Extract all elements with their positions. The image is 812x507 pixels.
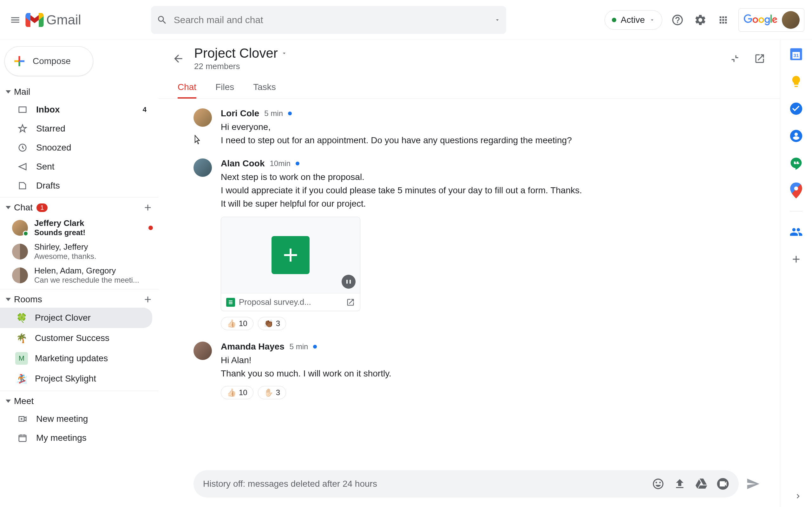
room-item[interactable]: 🌴Customer Success — [0, 328, 152, 348]
svg-rect-3 — [350, 280, 351, 284]
attachment-card[interactable]: Proposal survey.d... — [221, 217, 360, 311]
room-header: Project Clover 22 members — [159, 40, 780, 77]
chat-item[interactable]: Helen, Adam, GregoryCan we reschedule th… — [0, 263, 159, 287]
nav-item-snoozed[interactable]: Snoozed — [0, 138, 152, 157]
upload-icon[interactable] — [673, 477, 686, 490]
starred-icon — [16, 123, 29, 135]
add-addon-button[interactable] — [790, 252, 803, 266]
collapse-panel-button[interactable] — [794, 492, 803, 501]
meet-item[interactable]: My meetings — [0, 429, 152, 447]
tab-chat[interactable]: Chat — [177, 77, 196, 99]
calendar-app-button[interactable]: 31 — [790, 48, 803, 61]
nav-item-drafts[interactable]: Drafts — [0, 176, 152, 195]
hangouts-icon — [790, 157, 803, 170]
keep-app-button[interactable] — [790, 75, 803, 88]
unread-indicator-icon — [296, 162, 299, 165]
message-text: Hi everyone, — [221, 120, 761, 134]
search-bar[interactable] — [151, 6, 506, 34]
presence-dot-icon — [23, 231, 29, 236]
message-text: I need to step out for an appointment. D… — [221, 134, 761, 147]
chevron-down-icon — [649, 17, 655, 23]
collapse-button[interactable] — [727, 51, 743, 66]
room-item[interactable]: 🍀Project Clover — [0, 308, 152, 328]
people-app-button[interactable] — [790, 225, 803, 239]
send-button[interactable] — [745, 476, 761, 492]
message: Alan Cook10minNext step is to work on th… — [194, 158, 761, 330]
gmail-icon — [26, 13, 44, 27]
drive-icon[interactable] — [695, 477, 708, 490]
avatar — [12, 268, 28, 283]
presence-status-button[interactable]: Active — [605, 10, 662, 30]
mail-section-header[interactable]: Mail — [0, 83, 159, 100]
emoji-icon[interactable] — [652, 477, 664, 490]
messages-list: Lori Cole5 minHi everyone,I need to step… — [159, 99, 780, 464]
video-meet-icon[interactable] — [716, 477, 729, 490]
message-time: 10min — [270, 159, 290, 168]
drafts-icon — [16, 180, 29, 192]
search-options-icon[interactable] — [494, 17, 501, 23]
reaction-button[interactable]: ✋🏻3 — [258, 386, 286, 399]
hangouts-app-button[interactable] — [790, 157, 803, 170]
snoozed-icon — [16, 142, 29, 154]
chat-item[interactable]: Jeffery ClarkSounds great! — [0, 216, 159, 239]
avatar — [12, 244, 28, 260]
reaction-button[interactable]: 👏🏾3 — [258, 317, 286, 330]
gmail-logo[interactable]: Gmail — [26, 12, 81, 27]
svg-point-11 — [794, 187, 798, 191]
reaction-button[interactable]: 👍🏻10 — [221, 386, 253, 399]
plus-icon — [143, 294, 153, 304]
apps-button[interactable] — [716, 12, 731, 27]
tasks-app-button[interactable] — [790, 102, 803, 115]
room-title[interactable]: Project Clover — [194, 46, 718, 61]
compose-area: History off: messages deleted after 24 h… — [194, 470, 761, 498]
maps-app-button[interactable] — [790, 184, 803, 197]
collapse-icon — [729, 53, 741, 64]
compose-button[interactable]: Compose — [4, 46, 93, 76]
meet-section-header[interactable]: Meet — [0, 393, 159, 409]
search-input[interactable] — [174, 14, 494, 25]
nav-item-starred[interactable]: Starred — [0, 119, 152, 138]
plus-icon — [791, 253, 802, 265]
message-input[interactable]: History off: messages deleted after 24 h… — [194, 470, 739, 498]
nav-item-sent[interactable]: Sent — [0, 157, 152, 176]
new-room-button[interactable] — [143, 294, 153, 304]
gmail-logo-text: Gmail — [46, 12, 81, 27]
message-text: Thank you so much. I will work on it sho… — [221, 367, 761, 380]
support-button[interactable] — [670, 12, 685, 27]
tab-files[interactable]: Files — [215, 77, 234, 99]
gear-icon — [694, 14, 707, 26]
message-time: 5 min — [290, 342, 308, 351]
settings-button[interactable] — [693, 12, 708, 27]
room-item[interactable]: 🏂Project Skylight — [0, 369, 152, 389]
message-text: I would appreciate it if you could pleas… — [221, 184, 761, 197]
google-account-button[interactable] — [739, 8, 804, 32]
apps-grid-icon — [718, 14, 728, 25]
chat-section-header[interactable]: Chat 1 — [0, 199, 159, 216]
meeting-icon — [16, 413, 29, 425]
new-chat-button[interactable] — [143, 203, 153, 213]
google-logo-icon — [743, 14, 778, 26]
avatar — [194, 342, 212, 360]
reaction-button[interactable]: 👍🏻10 — [221, 317, 253, 330]
main-menu-button[interactable] — [8, 12, 23, 27]
nav-item-inbox[interactable]: Inbox4 — [0, 100, 152, 119]
tab-tasks[interactable]: Tasks — [253, 77, 276, 99]
chat-item[interactable]: Shirley, JefferyAwesome, thanks. — [0, 239, 159, 263]
contacts-app-button[interactable] — [790, 129, 803, 143]
svg-text:31: 31 — [794, 53, 799, 58]
contacts-icon — [790, 129, 803, 143]
room-item[interactable]: MMarketing updates — [0, 348, 152, 369]
people-icon — [790, 225, 803, 239]
back-button[interactable] — [171, 52, 185, 66]
meet-item[interactable]: New meeting — [0, 409, 152, 429]
open-new-icon[interactable] — [346, 298, 355, 307]
sheets-small-icon — [226, 298, 235, 307]
rooms-section-header[interactable]: Rooms — [0, 291, 159, 308]
meeting-icon — [16, 432, 29, 444]
message: Amanda Hayes5 minHi Alan!Thank you so mu… — [194, 342, 761, 399]
maps-icon — [790, 182, 802, 199]
presence-status-label: Active — [621, 15, 645, 25]
unread-dot-icon — [148, 226, 153, 230]
open-new-button[interactable] — [752, 51, 767, 66]
avatar — [12, 220, 28, 236]
